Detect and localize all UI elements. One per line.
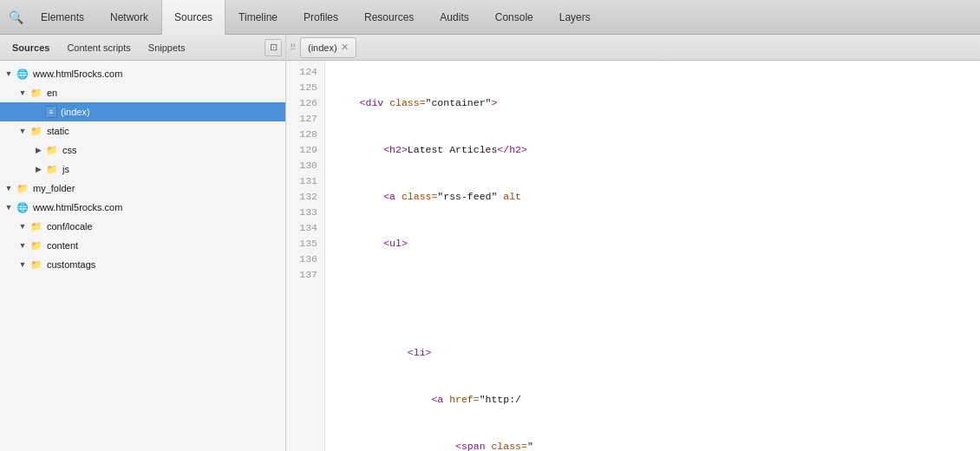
sub-tab-bar: Sources Content scripts Snippets ⊡ — [0, 35, 285, 61]
tree-item-js[interactable]: ▶ js — [0, 160, 285, 179]
tree-toggle: ▶ — [33, 145, 43, 155]
tab-console[interactable]: Console — [482, 0, 546, 35]
main-area: Sources Content scripts Snippets ⊡ ▼ 🌐 w… — [0, 35, 980, 451]
code-line: <ul> — [336, 236, 970, 252]
line-number: 127 — [293, 111, 317, 127]
tab-elements[interactable]: Elements — [28, 0, 97, 35]
folder-icon — [29, 239, 43, 252]
tree-toggle: ▼ — [17, 126, 28, 136]
code-area: 124 125 126 127 128 129 130 131 132 133 … — [286, 61, 980, 451]
tab-profiles[interactable]: Profiles — [291, 0, 351, 35]
tree-toggle — [33, 107, 43, 117]
code-line: <div class="container"> — [336, 95, 970, 111]
tree-item-customtags[interactable]: ▼ customtags — [0, 255, 285, 274]
tree-item-en[interactable]: ▼ en — [0, 83, 285, 102]
tree-item-content[interactable]: ▼ content — [0, 236, 285, 255]
folder-icon — [29, 258, 43, 271]
code-line: <h2>Latest Articles</h2> — [336, 142, 970, 158]
line-number: 137 — [293, 267, 317, 283]
code-content: <div class="container"> <h2>Latest Artic… — [325, 61, 980, 451]
globe-icon: 🌐 — [16, 67, 29, 81]
tree-item-label: static — [47, 126, 69, 136]
file-icon — [45, 106, 57, 118]
tree-toggle: ▼ — [3, 202, 14, 212]
code-tab-bar: ⠿ (index) ✕ — [286, 35, 980, 61]
tree-toggle: ▶ — [33, 164, 43, 174]
line-number: 133 — [293, 205, 317, 220]
line-number: 136 — [293, 252, 317, 267]
subtab-content-scripts[interactable]: Content scripts — [58, 35, 139, 61]
tree-toggle: ▼ — [17, 88, 28, 98]
tree-toggle: ▼ — [17, 240, 28, 251]
tree-item-label: en — [47, 88, 57, 98]
tree-item-label: my_folder — [33, 183, 75, 193]
tree-item-www1[interactable]: ▼ 🌐 www.html5rocks.com — [0, 64, 285, 83]
code-tab-label: (index) — [308, 42, 337, 53]
tree-item-conf[interactable]: ▼ conf/locale — [0, 217, 285, 236]
code-line: <a class="rss-feed" alt — [336, 189, 970, 205]
folder-icon — [16, 181, 29, 195]
line-number: 129 — [293, 142, 317, 158]
tree-item-label: customtags — [47, 259, 95, 270]
line-number: 126 — [293, 95, 317, 111]
tab-sources[interactable]: Sources — [161, 0, 225, 35]
tab-resources[interactable]: Resources — [351, 0, 427, 35]
tree-item-label: js — [62, 164, 69, 174]
folder-icon — [45, 162, 59, 176]
tree-item-label: (index) — [61, 107, 90, 117]
tree-item-label: css — [62, 145, 77, 155]
code-tab-index[interactable]: (index) ✕ — [300, 37, 356, 58]
line-number: 134 — [293, 220, 317, 236]
line-number: 132 — [293, 189, 317, 205]
tab-drag-handle: ⠿ — [290, 42, 297, 52]
tree-toggle: ▼ — [3, 183, 14, 193]
search-icon[interactable]: 🔍 — [3, 5, 28, 29]
globe-icon: 🌐 — [16, 200, 29, 214]
line-number: 128 — [293, 127, 317, 142]
line-number: 131 — [293, 173, 317, 189]
code-line: <li> — [336, 345, 970, 361]
folder-icon — [29, 124, 43, 138]
file-tree: ▼ 🌐 www.html5rocks.com ▼ en (index) ▼ st… — [0, 61, 285, 451]
tab-layers[interactable]: Layers — [546, 0, 604, 35]
line-numbers: 124 125 126 127 128 129 130 131 132 133 … — [286, 61, 325, 451]
line-number: 130 — [293, 158, 317, 173]
left-panel: Sources Content scripts Snippets ⊡ ▼ 🌐 w… — [0, 35, 286, 451]
tree-toggle: ▼ — [17, 259, 28, 270]
tab-audits[interactable]: Audits — [427, 0, 481, 35]
line-number: 124 — [293, 64, 317, 80]
tab-network[interactable]: Network — [97, 0, 161, 35]
folder-icon — [29, 86, 43, 100]
tree-item-www2[interactable]: ▼ 🌐 www.html5rocks.com — [0, 198, 285, 217]
tree-item-label: conf/locale — [47, 221, 93, 232]
tree-item-label: www.html5rocks.com — [33, 69, 122, 79]
line-number: 135 — [293, 236, 317, 252]
tree-toggle: ▼ — [17, 221, 28, 232]
tree-toggle: ▼ — [3, 69, 14, 79]
tree-item-css[interactable]: ▶ css — [0, 141, 285, 160]
folder-icon — [45, 143, 59, 157]
tree-item-label: www.html5rocks.com — [33, 202, 122, 212]
subtab-sources[interactable]: Sources — [3, 35, 58, 61]
line-number: 125 — [293, 80, 317, 95]
subtab-snippets[interactable]: Snippets — [140, 35, 194, 61]
top-tab-bar: 🔍 Elements Network Sources Timeline Prof… — [0, 0, 980, 35]
code-line: <a href="http:/ — [336, 392, 970, 408]
tree-item-label: content — [47, 240, 78, 251]
code-line: <span class=" — [336, 439, 970, 451]
folder-icon — [29, 219, 43, 233]
panel-icon[interactable]: ⊡ — [265, 39, 282, 56]
tree-item-my-folder[interactable]: ▼ my_folder — [0, 179, 285, 198]
close-tab-icon[interactable]: ✕ — [341, 42, 349, 53]
tab-timeline[interactable]: Timeline — [225, 0, 291, 35]
right-panel: ⠿ (index) ✕ 124 125 126 127 128 129 130 … — [286, 35, 980, 451]
tree-item-static[interactable]: ▼ static — [0, 121, 285, 141]
tree-item-index[interactable]: (index) — [0, 102, 285, 121]
